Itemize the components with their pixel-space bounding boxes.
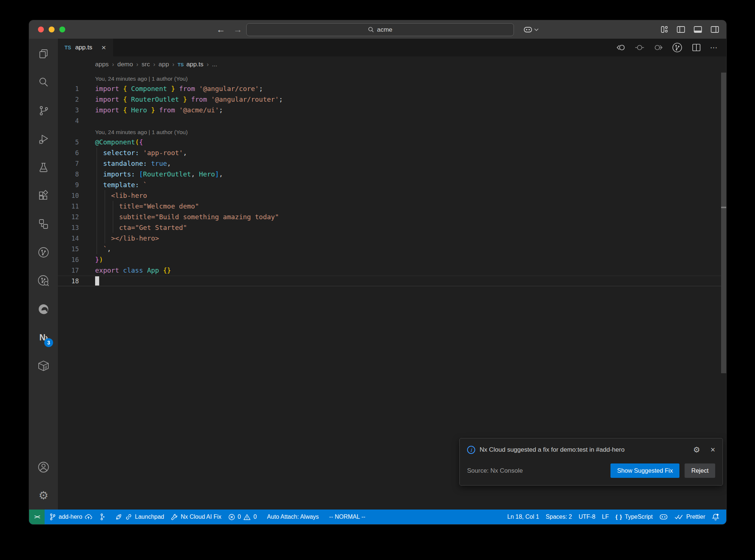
code-line[interactable]: 5@Component({	[58, 137, 726, 147]
breadcrumb-item[interactable]: src	[142, 61, 150, 68]
code-line[interactable]: 15 `,	[58, 244, 726, 254]
eol-item[interactable]: LF	[599, 510, 612, 524]
more-actions-icon[interactable]: ⋯	[710, 43, 718, 52]
show-suggested-fix-button[interactable]: Show Suggested Fix	[610, 463, 679, 478]
launchpad-item[interactable]: Launchpad	[112, 510, 167, 524]
edge-tools-icon[interactable]	[35, 301, 52, 317]
history-back-button[interactable]: ←	[216, 24, 225, 35]
code-line[interactable]: 4	[58, 115, 726, 126]
nx-console-icon[interactable]: N› 3	[35, 329, 52, 346]
typescript-file-icon: TS	[178, 62, 184, 67]
code-line[interactable]: 2import { RouterOutlet } from '@angular/…	[58, 94, 726, 105]
line-number: 18	[58, 277, 79, 285]
remote-indicator[interactable]: ><	[29, 510, 45, 524]
vim-mode-item[interactable]: -- NORMAL --	[326, 510, 369, 524]
nx-cloud-fix-item[interactable]: Nx Cloud AI Fix	[167, 510, 225, 524]
prettier-item[interactable]: Prettier	[671, 510, 709, 524]
breadcrumb: apps›demo›src›app›TSapp.ts›...	[58, 56, 726, 73]
source-control-icon[interactable]	[35, 102, 52, 119]
account-icon[interactable]	[35, 459, 52, 475]
line-number: 5	[58, 139, 79, 146]
title-bar: ← → acme	[29, 20, 726, 39]
customize-layout-icon[interactable]	[660, 25, 669, 34]
copilot-icon	[523, 25, 533, 34]
breadcrumb-item[interactable]: apps	[95, 61, 109, 68]
publish-cloud-icon	[85, 514, 92, 520]
auto-attach-item[interactable]: Auto Attach: Always	[264, 510, 322, 524]
indentation-item[interactable]: Spaces: 2	[542, 510, 575, 524]
warnings-icon	[243, 514, 251, 521]
open-changes-icon[interactable]	[616, 43, 626, 52]
code-line[interactable]: 10 <lib-hero	[58, 190, 726, 201]
problems-item[interactable]: 0 0	[225, 510, 260, 524]
history-forward-button[interactable]: →	[233, 24, 242, 35]
copilot-menu[interactable]	[523, 20, 539, 39]
breadcrumb-separator: ›	[136, 61, 138, 68]
line-content: template: `	[79, 181, 147, 189]
wrench-icon	[171, 513, 178, 521]
code-line[interactable]: 14 ></lib-hero>	[58, 233, 726, 244]
git-graph-status-item[interactable]	[95, 510, 108, 524]
tab-app-ts[interactable]: TS app.ts ×	[58, 39, 113, 56]
hierarchy-view-icon[interactable]	[35, 216, 52, 232]
zoom-window-button[interactable]	[59, 27, 65, 32]
code-line[interactable]: 9 template: `	[58, 179, 726, 190]
toggle-primary-sidebar-icon[interactable]	[676, 25, 686, 34]
code-line[interactable]: 3import { Hero } from '@acme/ui';	[58, 105, 726, 115]
copilot-status-item[interactable]	[656, 510, 671, 524]
breadcrumb-item[interactable]: demo	[117, 61, 133, 68]
tab-label: app.ts	[75, 44, 92, 51]
explorer-icon[interactable]	[35, 46, 52, 62]
warning-count: 0	[253, 514, 257, 520]
code-line[interactable]: 7 standalone: true,	[58, 158, 726, 169]
notification-settings-icon[interactable]: ⚙	[693, 445, 700, 454]
errors-icon	[228, 514, 235, 521]
encoding-item[interactable]: UTF-8	[575, 510, 599, 524]
notification-source: Source: Nx Console	[467, 467, 610, 475]
toggle-secondary-sidebar-icon[interactable]	[710, 25, 720, 34]
code-line[interactable]: 1import { Component } from '@angular/cor…	[58, 83, 726, 94]
minimize-window-button[interactable]	[49, 27, 55, 32]
split-editor-icon[interactable]	[692, 43, 701, 52]
code-line[interactable]: 13 cta="Get Started"	[58, 222, 726, 233]
code-line[interactable]: 6 selector: 'app-root',	[58, 147, 726, 158]
reject-button[interactable]: Reject	[685, 463, 715, 478]
line-content: export class App {}	[79, 266, 171, 274]
testing-icon[interactable]	[35, 159, 52, 175]
code-line[interactable]: 17export class App {}	[58, 265, 726, 276]
scrollbar-thumb[interactable]	[721, 73, 726, 373]
code-line[interactable]: 11 title="Welcmoe demo"	[58, 201, 726, 211]
breadcrumb-item[interactable]: app	[159, 61, 169, 68]
breadcrumb-separator: ›	[172, 61, 174, 68]
source-control-graph-icon[interactable]	[672, 42, 683, 53]
command-center-search[interactable]: acme	[246, 23, 514, 36]
settings-gear-icon[interactable]: ⚙	[35, 487, 52, 504]
breadcrumb-file[interactable]: app.ts	[186, 61, 203, 68]
breadcrumb-symbol[interactable]: ...	[212, 61, 217, 68]
tab-bar: TS app.ts ×	[58, 39, 726, 56]
git-branch-item[interactable]: add-hero	[46, 510, 95, 524]
vscode-window: ← → acme	[29, 20, 727, 525]
previous-change-icon[interactable]	[635, 43, 644, 52]
line-number: 9	[58, 181, 79, 189]
language-mode-item[interactable]: { } TypeScript	[612, 510, 656, 524]
notification-close-icon[interactable]: ×	[710, 445, 715, 455]
code-line[interactable]: 18	[58, 276, 726, 286]
tab-close-icon[interactable]: ×	[101, 43, 106, 52]
line-content: cta="Get Started"	[79, 224, 187, 231]
notifications-bell-icon[interactable]	[709, 510, 723, 524]
toggle-panel-icon[interactable]	[693, 25, 703, 34]
search-view-icon[interactable]	[35, 74, 52, 90]
cursor-position-item[interactable]: Ln 18, Col 1	[504, 510, 542, 524]
code-line[interactable]: 8 imports: [RouterOutlet, Hero],	[58, 169, 726, 179]
line-content: import { Hero } from '@acme/ui';	[79, 106, 223, 114]
code-line[interactable]: 12 subtitle="Build something amazing tod…	[58, 211, 726, 222]
run-debug-icon[interactable]	[35, 131, 52, 147]
code-line[interactable]: 16})	[58, 254, 726, 265]
next-change-icon[interactable]	[653, 43, 663, 52]
extensions-icon[interactable]	[35, 188, 52, 204]
close-window-button[interactable]	[38, 27, 44, 32]
git-graph-icon[interactable]	[35, 244, 52, 260]
containers-icon[interactable]	[35, 358, 52, 374]
git-search-icon[interactable]	[35, 273, 52, 289]
